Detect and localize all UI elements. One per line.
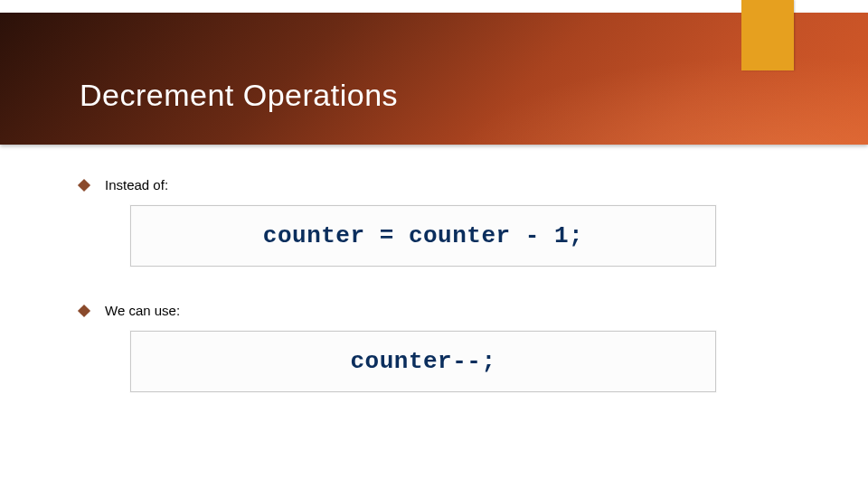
bullet-label: We can use: (105, 303, 180, 318)
slide-content: Instead of: counter = counter - 1; We ca… (80, 177, 788, 392)
bullet-row: We can use: (80, 303, 788, 318)
slide: Decrement Operations Instead of: counter… (0, 0, 868, 488)
code-box: counter = counter - 1; (130, 205, 716, 267)
accent-tab (741, 0, 794, 70)
code-text: counter = counter - 1; (263, 222, 583, 249)
bullet-label: Instead of: (105, 177, 168, 192)
code-text: counter--; (350, 348, 495, 375)
diamond-bullet-icon (78, 304, 90, 316)
bullet-row: Instead of: (80, 177, 788, 192)
diamond-bullet-icon (78, 178, 90, 191)
code-box: counter--; (130, 331, 716, 392)
slide-title: Decrement Operations (80, 78, 398, 113)
